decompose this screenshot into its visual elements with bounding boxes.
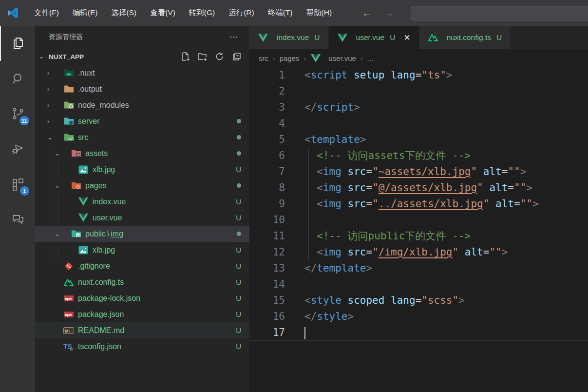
tree-item-assets[interactable]: ⌄ ⚙ assets — [35, 145, 249, 161]
new-file-icon — [181, 52, 190, 61]
code-line-13[interactable]: 13 </template> — [249, 260, 588, 276]
indent-guide — [308, 180, 309, 196]
workspace-name: NUXT_APP — [49, 53, 84, 60]
menu-item-6[interactable]: 终端(T) — [261, 5, 300, 20]
folder-public-icon — [71, 229, 81, 238]
collapse-all-button[interactable] — [232, 52, 242, 61]
search-icon — [11, 71, 25, 86]
tab-git-badge: U — [390, 33, 395, 42]
tree-item-label: .output — [78, 85, 102, 94]
code-line-11[interactable]: 11 <!-- 访问public下的文件 --> — [249, 228, 588, 244]
code-line-10[interactable]: 10 — [249, 212, 588, 228]
menu-item-5[interactable]: 运行(R) — [222, 5, 261, 20]
tree-item-nuxt.config.ts[interactable]: nuxt.config.ts U — [35, 274, 249, 290]
refresh-button[interactable] — [215, 52, 225, 61]
workspace-section-header[interactable]: ⌄ NUXT_APP — [35, 48, 249, 65]
activity-item-run-debug[interactable] — [0, 131, 35, 166]
tree-item-xlb.jpg[interactable]: xlb.jpg U — [35, 242, 249, 258]
nav-back-icon[interactable]: ← — [362, 7, 373, 20]
npm-icon: npm — [63, 295, 74, 301]
menu-item-2[interactable]: 选择(S) — [104, 5, 143, 20]
tree-item-node_modules[interactable]: › node_modules — [35, 97, 249, 113]
nuxt-icon — [428, 33, 438, 42]
breadcrumb-item-3[interactable]: ... — [367, 54, 374, 62]
git-modified-dot — [237, 151, 241, 156]
code-line-1[interactable]: 1 <script setup lang="ts"> — [249, 67, 588, 83]
code-line-15[interactable]: 15 <style scoped lang="scss"> — [249, 293, 588, 309]
tree-item-package-lock.json[interactable]: npm package-lock.json U — [35, 290, 249, 306]
tree-item-label: assets — [85, 149, 108, 158]
tree-item-.gitignore[interactable]: .gitignore U — [35, 258, 249, 274]
tab-index.vue[interactable]: index.vue U — [249, 26, 329, 49]
line-number: 13 — [249, 260, 285, 276]
tab-user.vue[interactable]: user.vue U ✕ — [329, 26, 419, 49]
code-line-8[interactable]: 8 <img src="@/assets/xlb.jpg" alt=""> — [249, 180, 588, 196]
line-number: 10 — [249, 212, 285, 228]
breadcrumb-item-1[interactable]: pages — [280, 54, 300, 62]
menu-item-3[interactable]: 查看(V) — [143, 5, 182, 20]
git-status-badge: U — [236, 310, 241, 318]
menu-item-4[interactable]: 转到(G) — [182, 5, 222, 20]
indent-guide — [308, 164, 309, 180]
tree-item-pages[interactable]: ⌄ pages — [35, 177, 249, 194]
tree-sublabel[interactable]: img — [111, 230, 123, 238]
activity-item-explorer[interactable] — [0, 26, 35, 61]
tree-item-.output[interactable]: › .output — [35, 81, 249, 97]
menu-item-7[interactable]: 帮助(H) — [300, 5, 339, 20]
tree-item-index.vue[interactable]: index.vue U — [35, 194, 249, 210]
code-editor[interactable]: 1 <script setup lang="ts"> 2 3 </script>… — [249, 67, 588, 392]
tree-item-xlb.jpg[interactable]: xlb.jpg U — [35, 161, 249, 177]
code-line-2[interactable]: 2 — [249, 83, 588, 99]
tree-item-label: xlb.jpg — [93, 165, 115, 174]
tree-item-README.md[interactable]: M↓ README.md U — [35, 322, 249, 338]
chevron-right-icon: › — [46, 118, 63, 125]
command-center-search-box[interactable] — [411, 6, 588, 20]
chevron-down-icon: ⌄ — [53, 182, 71, 189]
code-line-3[interactable]: 3 </script> — [249, 99, 588, 116]
line-number: 17 — [249, 325, 285, 340]
activity-item-extensions[interactable]: 1 — [0, 166, 35, 201]
line-number: 3 — [249, 99, 285, 116]
code-line-14[interactable]: 14 — [249, 276, 588, 293]
code-line-16[interactable]: 16 </style> — [249, 309, 588, 325]
activity-item-source-control[interactable]: 11 — [0, 96, 35, 131]
code-line-12[interactable]: 12 <img src="/img/xlb.jpg" alt=""> — [249, 244, 588, 260]
explorer-more-actions-icon[interactable]: ⋯ — [229, 32, 239, 42]
code-line-9[interactable]: 9 <img src="../assets/xlb.jpg" alt=""> — [249, 196, 588, 212]
git-modified-dot — [237, 119, 241, 123]
breadcrumb-item-2[interactable]: user.vue — [310, 54, 356, 62]
code-line-5[interactable]: 5 <template> — [249, 132, 588, 148]
tree-item-tsconfig.json[interactable]: TS⚙ tsconfig.json U — [35, 338, 249, 354]
new-folder-button[interactable] — [198, 52, 208, 61]
svg-text:</>: </> — [68, 137, 74, 141]
tab-nuxt.config.ts[interactable]: nuxt.config.ts U — [419, 26, 511, 49]
close-icon[interactable]: ✕ — [403, 33, 410, 43]
tree-item-public[interactable]: ⌄ public\img — [35, 226, 249, 242]
tree-item-label: tsconfig.json — [78, 342, 121, 351]
menu-item-1[interactable]: 编辑(E) — [66, 5, 105, 20]
indent-guide — [308, 244, 309, 260]
activity-bar: 11 1 — [0, 26, 35, 392]
tree-item-label: pages — [85, 181, 107, 190]
code-line-17[interactable]: 17 — [249, 325, 588, 341]
new-file-button[interactable] — [181, 52, 190, 61]
svg-text:⚙: ⚙ — [70, 347, 73, 351]
tree-item-.nuxt[interactable]: › .nuxt — [35, 65, 249, 81]
activity-item-search[interactable] — [0, 61, 35, 96]
code-line-6[interactable]: 6 <!-- 访问assets下的文件 --> — [249, 148, 588, 164]
breadcrumb-item-0[interactable]: src — [259, 54, 268, 62]
code-line-7[interactable]: 7 <img src="~assets/xlb.jpg" alt=""> — [249, 164, 588, 180]
menu-item-0[interactable]: 文件(F) — [27, 5, 66, 20]
tree-item-src[interactable]: ⌄ </> src — [35, 129, 249, 145]
npm-icon: npm — [63, 312, 74, 317]
menu-bar: 文件(F)编辑(E)选择(S)查看(V)转到(G)运行(R)终端(T)帮助(H) — [27, 8, 339, 18]
tree-item-server[interactable]: › server — [35, 113, 249, 129]
tree-item-package.json[interactable]: npm package.json U — [35, 306, 249, 322]
git-status-badge: U — [236, 262, 241, 270]
line-number: 9 — [249, 196, 285, 212]
code-line-4[interactable]: 4 — [249, 116, 588, 132]
activity-item-chat[interactable] — [0, 201, 35, 236]
chevron-right-icon: › — [46, 101, 63, 109]
tree-item-user.vue[interactable]: user.vue U — [35, 210, 249, 226]
folder-pages-icon — [71, 181, 81, 190]
